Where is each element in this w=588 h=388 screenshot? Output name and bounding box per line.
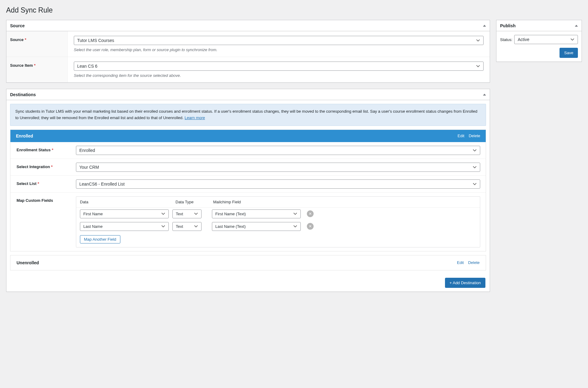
destination-unenrolled-header[interactable]: Unenrolled Edit Delete bbox=[10, 255, 486, 270]
edit-link[interactable]: Edit bbox=[458, 134, 464, 138]
info-notice: Sync students in Tutor LMS with your ema… bbox=[10, 104, 486, 126]
map-row: First Name Text First Name (Text) ✕ bbox=[76, 208, 480, 220]
map-data-select[interactable]: Last Name bbox=[80, 222, 169, 231]
delete-link[interactable]: Delete bbox=[468, 260, 480, 265]
destinations-panel-title: Destinations bbox=[10, 92, 36, 97]
source-panel-header[interactable]: Source bbox=[6, 20, 490, 31]
remove-row-button[interactable]: ✕ bbox=[307, 210, 314, 217]
map-another-field-button[interactable]: Map Another Field bbox=[80, 235, 120, 243]
map-type-select[interactable]: Text bbox=[172, 222, 202, 231]
close-icon: ✕ bbox=[309, 212, 312, 216]
list-label: Select List * bbox=[10, 176, 75, 192]
close-icon: ✕ bbox=[309, 224, 312, 228]
map-head-field: Mailchimp Field bbox=[213, 200, 476, 204]
map-head-data: Data bbox=[80, 200, 172, 204]
page-title: Add Sync Rule bbox=[6, 6, 582, 14]
map-head-type: Data Type bbox=[175, 200, 205, 204]
remove-row-button[interactable]: ✕ bbox=[307, 223, 314, 230]
map-type-select[interactable]: Text bbox=[172, 209, 202, 218]
collapse-icon[interactable] bbox=[575, 25, 578, 27]
destination-enrolled: Enrolled Edit Delete Enrollment Status *… bbox=[10, 130, 486, 251]
map-row: Last Name Text Last Name (Text) ✕ bbox=[76, 220, 480, 233]
source-item-label: Source Item * bbox=[6, 57, 68, 82]
publish-panel-header[interactable]: Publish bbox=[496, 20, 582, 31]
destination-enrolled-header: Enrolled Edit Delete bbox=[10, 130, 486, 142]
list-select[interactable]: LeanCS6 - Enrolled List bbox=[76, 179, 480, 189]
publish-panel: Publish Status: Active Save bbox=[496, 20, 582, 62]
destination-title: Unenrolled bbox=[17, 260, 39, 265]
source-label: Source * bbox=[6, 31, 68, 57]
map-fields-label: Map Custom Fields bbox=[10, 193, 75, 251]
status-label: Status: bbox=[500, 37, 512, 42]
save-button[interactable]: Save bbox=[560, 48, 578, 58]
source-panel: Source Source * Tutor LMS Courses Select… bbox=[6, 20, 490, 83]
required-icon: * bbox=[25, 37, 26, 42]
map-field-select[interactable]: First Name (Text) bbox=[212, 209, 301, 218]
destination-unenrolled: Unenrolled Edit Delete bbox=[10, 255, 486, 270]
destinations-panel-header[interactable]: Destinations bbox=[6, 89, 490, 100]
add-destination-button[interactable]: + Add Destination bbox=[445, 278, 485, 288]
publish-panel-title: Publish bbox=[500, 23, 516, 28]
source-panel-title: Source bbox=[10, 23, 24, 28]
source-select[interactable]: Tutor LMS Courses bbox=[74, 36, 484, 45]
required-icon: * bbox=[38, 181, 39, 186]
required-icon: * bbox=[52, 148, 53, 152]
source-item-select[interactable]: Lean CS 6 bbox=[74, 62, 484, 71]
required-icon: * bbox=[51, 164, 53, 169]
destination-title: Enrolled bbox=[16, 134, 33, 138]
integration-label: Select Integration * bbox=[10, 159, 75, 175]
enrollment-status-label: Enrollment Status * bbox=[10, 142, 75, 159]
collapse-icon[interactable] bbox=[483, 25, 486, 27]
integration-select[interactable]: Your CRM bbox=[76, 163, 480, 172]
edit-link[interactable]: Edit bbox=[457, 260, 464, 265]
source-item-help: Select the corresponding item for the so… bbox=[74, 73, 484, 78]
delete-link[interactable]: Delete bbox=[469, 134, 480, 138]
status-select[interactable]: Active bbox=[514, 35, 578, 44]
collapse-icon[interactable] bbox=[483, 94, 486, 96]
map-field-select[interactable]: Last Name (Text) bbox=[212, 222, 301, 231]
source-help: Select the user role, membership plan, f… bbox=[74, 47, 484, 52]
destinations-panel: Destinations Sync students in Tutor LMS … bbox=[6, 89, 490, 292]
map-data-select[interactable]: First Name bbox=[80, 209, 169, 218]
enrollment-status-select[interactable]: Enrolled bbox=[76, 146, 480, 155]
required-icon: * bbox=[34, 63, 36, 68]
map-fields-table: Data Data Type Mailchimp Field First Nam… bbox=[76, 196, 480, 247]
learn-more-link[interactable]: Learn more bbox=[185, 115, 205, 120]
